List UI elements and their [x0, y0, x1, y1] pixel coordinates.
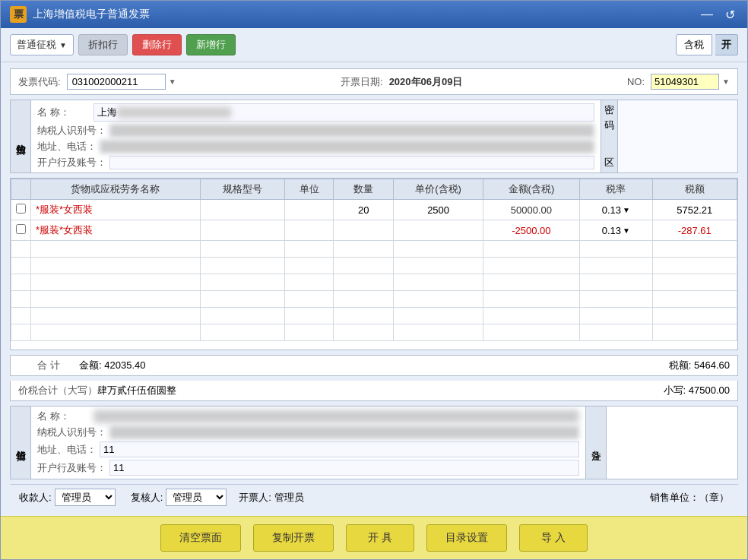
no-dropdown-icon[interactable]: ▼ — [722, 78, 730, 86]
row2-checkbox[interactable] — [16, 224, 26, 234]
buyer-address-input[interactable] — [100, 140, 594, 153]
copy-button[interactable]: 复制开票 — [253, 524, 334, 552]
table-row — [11, 258, 737, 274]
invoice-header: 发票代码: ▼ 开票日期: 2020年06月09日 NO: ▼ — [10, 68, 738, 95]
row2-qty[interactable] — [333, 220, 394, 241]
buyer-bank-input[interactable] — [109, 156, 594, 169]
table-row: *服装*女西装 20 2500 50000.00 0.13 ▼ 5752.2 — [11, 200, 737, 220]
col-tax-rate: 税率 — [580, 179, 652, 200]
delete-row-button[interactable]: 删除行 — [132, 34, 182, 55]
totals-label: 合 计 — [18, 359, 79, 372]
date-label: 开票日期: — [341, 75, 383, 89]
tax-type-dropdown[interactable]: 普通征税 ▼ — [10, 34, 74, 55]
tax-label: 税额: — [669, 359, 692, 371]
secret-labels: 密 码 区 — [601, 100, 618, 172]
table-row: *服装*女西装 -2500.00 0.13 ▼ -287.61 — [11, 220, 737, 241]
collector-select[interactable]: 管理员 — [55, 489, 116, 506]
seller-taxpayer-input[interactable] — [109, 426, 579, 439]
seller-section: 销 货 单 位 名 称： 纳税人识别号： 地址、电话： — [10, 406, 738, 479]
row2-tax-rate-arrow[interactable]: ▼ — [623, 226, 630, 235]
tax-type-arrow-icon: ▼ — [59, 41, 67, 49]
small-value: 47500.00 — [689, 384, 730, 396]
reviewer-select[interactable]: 管理员 — [166, 489, 227, 506]
minimize-button[interactable]: — — [698, 8, 716, 22]
small-label: 小写: — [664, 384, 686, 396]
col-amount: 金额(含税) — [483, 179, 579, 200]
title-bar: 票 上海增值税电子普通发票 — ↺ — [1, 1, 747, 28]
toolbar: 普通征税 ▼ 折扣行 删除行 新增行 含税 开 — [1, 28, 747, 62]
seller-name-input[interactable] — [94, 410, 579, 423]
row2-tax-amount[interactable]: -287.61 — [652, 220, 737, 241]
totals-big-label: 价税合计（大写） — [18, 384, 97, 397]
table-row — [11, 308, 737, 324]
row1-tax-amount[interactable]: 5752.21 — [652, 200, 737, 220]
code-dropdown-icon[interactable]: ▼ — [169, 78, 176, 86]
clear-button[interactable]: 清空票面 — [160, 524, 241, 552]
invoice-code-input[interactable] — [67, 74, 166, 90]
row1-amount[interactable]: 50000.00 — [483, 200, 579, 220]
col-unit: 单位 — [285, 179, 334, 200]
table-row — [11, 291, 737, 308]
collector-label: 收款人: — [19, 491, 52, 505]
date-value: 2020年06月09日 — [389, 75, 463, 89]
seller-address-value: 11 — [103, 444, 114, 455]
issue-button[interactable]: 开 具 — [346, 524, 414, 552]
row2-spec[interactable] — [200, 220, 284, 241]
table-row — [11, 324, 737, 341]
row1-qty[interactable]: 20 — [333, 200, 394, 220]
import-button[interactable]: 导 入 — [519, 524, 588, 552]
totals-big-cn: 肆万贰仟伍佰圆整 — [97, 384, 578, 397]
totals-row: 合 计 金额: 42035.40 税额: 5464.60 — [10, 355, 738, 376]
buyer-taxpayer-input[interactable] — [109, 124, 594, 138]
row2-unit[interactable] — [285, 220, 334, 241]
tax-type-label: 普通征税 — [17, 38, 56, 52]
col-qty: 数量 — [333, 179, 394, 200]
buyer-bank-label: 开户行及账号： — [37, 156, 106, 169]
row1-spec[interactable] — [200, 200, 284, 220]
seller-bank-label: 开户行及账号： — [37, 461, 106, 475]
restore-button[interactable]: ↺ — [722, 8, 738, 22]
col-spec: 规格型号 — [200, 179, 284, 200]
seller-bank-value: 11 — [113, 462, 124, 473]
tax-value: 5464.60 — [694, 359, 730, 371]
catalog-button[interactable]: 目录设置 — [426, 524, 507, 552]
row2-amount[interactable]: -2500.00 — [483, 220, 579, 241]
row2-unit-price[interactable] — [394, 220, 483, 241]
issuer-value: 管理员 — [274, 491, 304, 505]
secret-area — [618, 100, 737, 172]
buyer-section-label: 购 货 单 位 — [11, 100, 31, 172]
totals-big-row: 价税合计（大写） 肆万贰仟伍佰圆整 小写: 47500.00 — [10, 381, 738, 401]
col-name: 货物或应税劳务名称 — [31, 179, 201, 200]
remarks-section: 备 注 — [585, 407, 737, 479]
row1-unit[interactable] — [285, 200, 334, 220]
issuer-label: 开票人: — [239, 491, 271, 505]
tax-include-label: 含税 — [676, 34, 712, 55]
row1-tax-rate-arrow[interactable]: ▼ — [623, 206, 630, 214]
buyer-taxpayer-label: 纳税人识别号： — [37, 124, 106, 138]
tax-include-value[interactable]: 开 — [715, 34, 738, 55]
buyer-name-label: 名 称： — [37, 106, 90, 119]
bottom-buttons: 清空票面 复制开票 开 具 目录设置 导 入 — [1, 516, 747, 559]
seller-address-input[interactable]: 11 — [100, 441, 579, 457]
totals-small: 小写: 47500.00 — [578, 384, 730, 397]
buyer-name-input[interactable]: 上海 — [94, 103, 594, 122]
code-label: 发票代码: — [18, 75, 61, 89]
no-input[interactable] — [651, 74, 719, 90]
new-row-button[interactable]: 新增行 — [186, 34, 236, 55]
invoice-content: 发票代码: ▼ 开票日期: 2020年06月09日 NO: ▼ — [1, 62, 747, 516]
remarks-content[interactable] — [607, 407, 737, 479]
seller-bank-input[interactable]: 11 — [109, 460, 579, 476]
amount-label: 金额: — [79, 359, 102, 371]
buyer-section: 购 货 单 位 名 称： 上海 纳税人识别号： — [10, 100, 738, 173]
amount-value: 42035.40 — [104, 359, 145, 371]
invoice-code-select: ▼ — [67, 74, 176, 90]
app-icon: 票 — [10, 6, 27, 23]
discount-row-button[interactable]: 折扣行 — [78, 34, 128, 55]
row1-unit-price[interactable]: 2500 — [394, 200, 483, 220]
reviewer-label: 复核人: — [131, 491, 163, 505]
row1-tax-rate: 0.13 ▼ — [580, 200, 652, 220]
row1-checkbox[interactable] — [16, 204, 26, 214]
seller-taxpayer-label: 纳税人识别号： — [37, 426, 106, 439]
col-unit-price: 单价(含税) — [394, 179, 483, 200]
tax-include-toggle: 含税 开 — [676, 34, 738, 55]
